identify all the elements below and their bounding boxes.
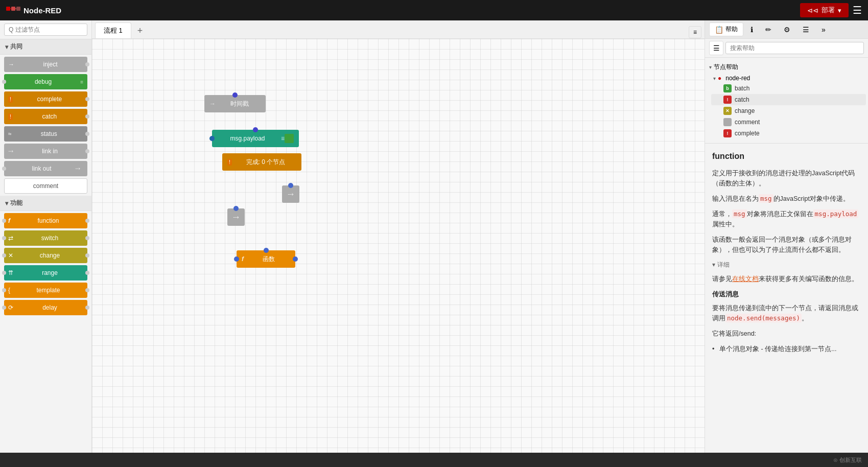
tree-item-comment[interactable]: comment <box>711 116 866 128</box>
svg-rect-2 <box>16 7 20 11</box>
node-switch[interactable]: ⇄ switch <box>4 230 87 246</box>
help-para-3: 通常，msg对象将消息正文保留在msg.payload属性中。 <box>712 209 861 229</box>
node-complete[interactable]: ! complete <box>4 91 87 107</box>
inject-icon: → <box>8 61 14 68</box>
comment-label: comment <box>9 182 83 190</box>
change-icon: ✕ <box>8 252 13 259</box>
canvas-link-node-1[interactable]: ⤑ <box>227 208 245 226</box>
change-port-r <box>85 253 89 258</box>
node-debug[interactable]: debug ≡ <box>4 74 87 89</box>
svg-rect-0 <box>6 7 10 11</box>
help-tab-label: 帮助 <box>725 25 738 34</box>
function-icon: f <box>8 217 10 224</box>
tab-collapse[interactable]: » <box>816 24 831 36</box>
link-node-1-port <box>233 206 239 211</box>
canvas-node-time-inject[interactable]: → 时间戳 <box>204 95 266 112</box>
node-template[interactable]: { template <box>4 283 87 298</box>
tab-info[interactable]: ℹ <box>745 24 758 36</box>
node-range[interactable]: ⇈ range <box>4 265 87 281</box>
help-para-2: 输入消息在名为msg的JavaScript对象中传递。 <box>712 194 861 204</box>
main-menu-button[interactable]: ☰ <box>853 4 862 16</box>
canvas-area: 流程 1 + ≡ → 时间戳 msg.payload ≡ <box>92 20 705 453</box>
node-tree: ▾ 节点帮助 ▾ ● node-red b batch <box>705 58 868 144</box>
change-badge: ✕ <box>723 107 732 115</box>
template-icon: { <box>8 287 10 294</box>
tab-menu-button[interactable]: ≡ <box>689 26 701 38</box>
node-link-in[interactable]: ⤑ link in <box>4 144 87 159</box>
right-panel-tabs: 📋 帮助 ℹ ✏ ⚙ ☰ » <box>705 20 868 39</box>
catch-label: catch <box>16 113 83 120</box>
template-label: template <box>13 287 83 294</box>
time-inject-label: 时间戳 <box>219 100 261 108</box>
section-function-header[interactable]: ▾ 功能 <box>0 196 91 211</box>
debug-menu-icon: ≡ <box>80 79 83 85</box>
time-inject-port-top <box>232 92 238 98</box>
main-layout: ▾ 共同 → inject debug ≡ ! complete ! catch <box>0 20 868 453</box>
tab-list[interactable]: ☰ <box>797 24 814 36</box>
settings-tab-icon: ⚙ <box>784 26 790 34</box>
node-comment[interactable]: comment <box>4 178 87 194</box>
complete-label: complete <box>16 96 83 103</box>
tab-edit[interactable]: ✏ <box>760 24 777 36</box>
node-change[interactable]: ✕ change <box>4 248 87 263</box>
template-port-r <box>85 288 89 292</box>
search-input[interactable] <box>4 24 87 36</box>
link-out-port <box>2 167 6 171</box>
details-chevron: ▾ <box>712 260 715 270</box>
node-inject[interactable]: → inject <box>4 57 87 72</box>
node-red-logo-icon <box>6 6 20 15</box>
edit-tab-icon: ✏ <box>765 26 771 34</box>
template-port-l <box>2 288 6 292</box>
tree-header-help[interactable]: ▾ 节点帮助 <box>707 62 866 73</box>
node-status[interactable]: ≈ status <box>4 126 87 142</box>
canvas-node-msg-payload[interactable]: msg.payload ≡ <box>212 130 299 147</box>
flow-canvas[interactable]: → 时间戳 msg.payload ≡ ! 完成: 0 个节点 ⤑ <box>92 39 705 453</box>
send-para-2: 它将返回/send: <box>712 329 861 339</box>
help-list-btn[interactable]: ☰ <box>709 41 723 55</box>
func-port-left <box>234 256 239 262</box>
deploy-dropdown-icon: ▾ <box>838 7 841 14</box>
deploy-button[interactable]: ⊲⊲ 部署 ▾ <box>800 3 849 17</box>
topbar-left: Node-RED <box>6 6 61 15</box>
change-port-l <box>2 253 6 258</box>
tab-settings[interactable]: ⚙ <box>779 24 795 36</box>
app-title: Node-RED <box>24 6 61 15</box>
online-docs-link[interactable]: 在线文档 <box>732 275 759 283</box>
tree-header-nodered[interactable]: ▾ ● node-red <box>711 74 866 83</box>
topbar-right: ⊲⊲ 部署 ▾ ☰ <box>800 3 862 17</box>
tab-add-button[interactable]: + <box>133 24 147 38</box>
msg-payload-menu: ≡ <box>281 135 285 142</box>
tab-help[interactable]: 📋 帮助 <box>709 22 743 36</box>
tab-flow1-label: 流程 1 <box>104 27 123 34</box>
tree-item-catch[interactable]: ! catch <box>711 94 866 105</box>
tree-item-batch[interactable]: b batch <box>711 83 866 94</box>
tree-item-complete[interactable]: ! complete <box>711 128 866 139</box>
canvas-node-complete[interactable]: ! 完成: 0 个节点 <box>222 153 301 171</box>
switch-port-r <box>85 236 89 240</box>
node-function[interactable]: f function <box>4 213 87 228</box>
section-common-header[interactable]: ▾ 共同 <box>0 39 91 55</box>
node-delay[interactable]: ⟳ delay <box>4 300 87 315</box>
help-para-1: 定义用于接收到的消息进行处理的JavaScript代码（函数的主体）。 <box>712 168 861 189</box>
list-tab-icon: ☰ <box>803 26 809 34</box>
right-panel-content: ☰ ▾ 节点帮助 ▾ ● node-red <box>705 39 868 453</box>
func-port-top <box>264 248 269 253</box>
send-para-1: 要将消息传递到流中的下一个节点，请返回消息或调用node.send(messag… <box>712 303 861 323</box>
inject-port <box>85 62 89 66</box>
msg-code-1: msg <box>759 194 773 203</box>
inject-canvas-icon: → <box>209 100 216 107</box>
canvas-node-function[interactable]: f 函数 <box>237 250 295 268</box>
details-toggle[interactable]: ▾ 详细 <box>712 260 861 270</box>
func-port-right <box>293 256 298 262</box>
tree-item-change[interactable]: ✕ change <box>711 105 866 116</box>
node-catch[interactable]: ! catch <box>4 109 87 124</box>
range-icon: ⇈ <box>8 269 13 276</box>
change-label: change <box>16 252 83 259</box>
node-link-out[interactable]: link out ⤑ <box>4 161 87 176</box>
help-search-input[interactable] <box>725 42 864 54</box>
canvas-link-node-2[interactable]: ⤑ <box>282 185 299 203</box>
tab-flow1[interactable]: 流程 1 <box>95 22 131 38</box>
link-node-2-port <box>288 183 293 188</box>
section-function: ▾ 功能 f function ⇄ switch ✕ change <box>0 196 91 317</box>
catch-badge: ! <box>723 96 732 104</box>
